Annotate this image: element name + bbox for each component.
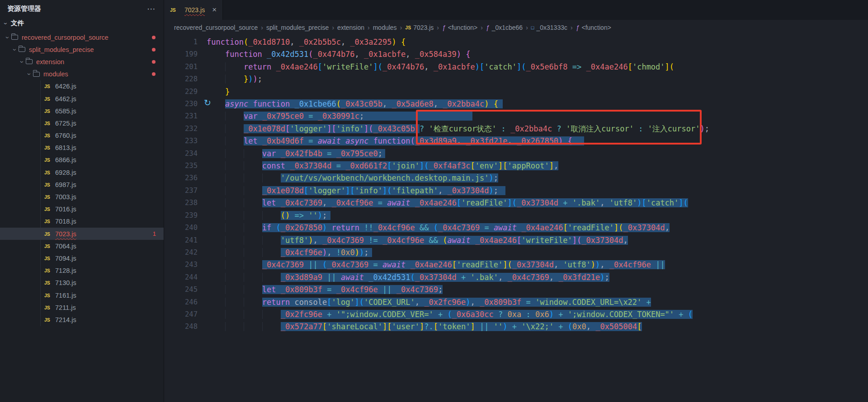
tree-file-7018.js[interactable]: JS7018.js [0,215,164,228]
close-icon[interactable]: × [212,5,217,14]
line-number[interactable]: 246 [164,296,207,309]
code-text: const _0x37304d = _0xd661f2['join'](_0xf… [207,160,558,172]
tree-file-6760.js[interactable]: JS6760.js [0,130,164,142]
debug-gutter-icon[interactable]: ↻ [204,98,211,107]
code-text: _0x1e078d['logger']['info']('filepath', … [207,185,505,197]
line-number[interactable]: 247 [164,309,207,321]
tree-file-6987.js[interactable]: JS6987.js [0,178,164,191]
code-line-241[interactable]: 241 'utf8'), _0x4c7369 != _0x4cf96e && (… [164,234,868,247]
line-number[interactable]: 241 [164,234,207,247]
tree-folder-extension[interactable]: ›extension [0,56,164,68]
breadcrumb-item[interactable]: ƒ_0x1cbe66 [486,24,523,31]
breadcrumb-item[interactable]: ƒ<function> [442,24,477,31]
code-line-240[interactable]: 240 if (_0x267850) return !!_0x4cf96e &&… [164,222,868,234]
line-number[interactable]: 1 [164,36,207,48]
section-header-files[interactable]: › 文件 [0,17,164,29]
breadcrumb-item[interactable]: extension [337,24,364,31]
code-line-244[interactable]: 244 _0x3d89a9 || await _0x42d531(_0x3730… [164,271,868,284]
explorer-sidebar: 资源管理器 ⋯ › 文件 ›recovered_cursorpool_sourc… [0,0,164,402]
line-number[interactable]: 239 [164,210,207,222]
line-number[interactable]: 231 [164,110,207,122]
code-line-245[interactable]: 245 let _0x809b3f = _0x4cf96e || _0x4c73… [164,284,868,296]
breadcrumb-item[interactable]: modules [373,24,397,31]
line-number[interactable]: 238 [164,197,207,209]
code-editor[interactable]: 1function(_0x1d8710, _0x2b5b5c, _0x3a229… [164,35,868,402]
line-number[interactable]: 248 [164,321,207,333]
tree-file-6462.js[interactable]: JS6462.js [0,93,164,105]
code-line-247[interactable]: 247 _0x2fc96e + '";window.CODEX_VER=' + … [164,309,868,321]
line-number[interactable]: 233 [164,135,207,147]
tree-file-7128.js[interactable]: JS7128.js [0,265,164,277]
line-number[interactable]: 243 [164,259,207,271]
breadcrumb-separator: › [481,24,483,31]
tab-7023js[interactable]: JS 7023.js × [164,0,223,20]
modified-dot [152,36,156,39]
chevron-down-icon: › [26,71,33,77]
code-line-201[interactable]: 201 return _0x4ae246['writeFile'](_0x474… [164,61,868,73]
code-line-236[interactable]: 236 '/out/vs/workbench/workbench.desktop… [164,172,868,184]
code-line-230[interactable]: 230 async function _0x1cbe66(_0x43c05b, … [164,98,868,110]
line-number[interactable]: 236 [164,172,207,184]
line-number[interactable]: 245 [164,284,207,296]
line-number[interactable]: 199 [164,48,207,61]
code-line-246[interactable]: 246 return console['log']('CODEX_URL', _… [164,296,868,309]
code-line-239[interactable]: 239 () => ''); [164,210,868,222]
tree-file-7211.js[interactable]: JS7211.js [0,301,164,313]
file-name: 7211.js [55,304,76,311]
tree-file-6426.js[interactable]: JS6426.js [0,80,164,93]
code-line-238[interactable]: 238 let _0x4c7369, _0x4cf96e = await _0x… [164,197,868,209]
breadcrumb: recovered_cursorpool_source›split_module… [164,20,868,35]
code-line-199[interactable]: 199 function _0x42d531(_0x474b76, _0x1ac… [164,48,868,61]
code-line-235[interactable]: 235 const _0x37304d = _0xd661f2['join'](… [164,160,868,172]
line-number[interactable]: 234 [164,148,207,160]
more-actions-icon[interactable]: ⋯ [147,4,156,14]
chevron-down-icon: › [4,34,11,40]
breadcrumb-item[interactable]: □_0x31333c [531,24,567,31]
line-number[interactable]: 235 [164,160,207,172]
tree-folder-split_modules_precise[interactable]: ›split_modules_precise [0,43,164,56]
tree-file-6725.js[interactable]: JS6725.js [0,117,164,129]
tree-file-7161.js[interactable]: JS7161.js [0,289,164,301]
tree-folder-recovered_cursorpool_source[interactable]: ›recovered_cursorpool_source [0,31,164,43]
breadcrumb-label: <function> [581,24,611,31]
tree-file-6928.js[interactable]: JS6928.js [0,166,164,178]
tree-folder-modules[interactable]: ›modules [0,68,164,80]
line-number[interactable]: 240 [164,222,207,234]
code-line-228[interactable]: 228 })); [164,73,868,85]
code-line-232[interactable]: 232 _0x1e078d['logger']['info'](_0x43c05… [164,123,868,135]
code-line-243[interactable]: 243 _0x4c7369 || (_0x4c7369 = await _0x4… [164,259,868,271]
line-number[interactable]: 229 [164,86,207,98]
tree-file-7214.js[interactable]: JS7214.js [0,313,164,326]
code-text: _0x3d89a9 || await _0x42d531(_0x37304d +… [207,271,609,284]
code-line-248[interactable]: 248 _0x572a77['shareLocal']['user']?.['t… [164,321,868,333]
line-number[interactable]: 201 [164,61,207,73]
code-line-242[interactable]: 242 _0x4cf96e), !0x0)); [164,247,868,259]
tree-file-6813.js[interactable]: JS6813.js [0,142,164,154]
js-file-icon: JS [44,194,55,200]
line-number[interactable]: 232 [164,123,207,135]
breadcrumb-item[interactable]: ƒ<function> [576,24,611,31]
code-line-229[interactable]: 229 } [164,86,868,98]
breadcrumb-item[interactable]: JS7023.js [405,24,434,31]
tree-file-7003.js[interactable]: JS7003.js [0,191,164,203]
breadcrumb-item[interactable]: recovered_cursorpool_source [174,24,258,31]
tree-file-7094.js[interactable]: JS7094.js [0,252,164,264]
code-line-1[interactable]: 1function(_0x1d8710, _0x2b5b5c, _0x3a229… [164,36,868,48]
line-number[interactable]: 237 [164,185,207,197]
code-line-237[interactable]: 237 _0x1e078d['logger']['info']('filepat… [164,185,868,197]
line-number[interactable]: 230 [164,98,207,110]
line-number[interactable]: 244 [164,271,207,284]
tree-file-7130.js[interactable]: JS7130.js [0,277,164,289]
tree-file-7023.js[interactable]: JS7023.js1 [0,228,164,240]
line-number[interactable]: 228 [164,73,207,85]
tree-file-6585.js[interactable]: JS6585.js [0,105,164,117]
line-number[interactable]: 242 [164,247,207,259]
code-line-234[interactable]: 234 var _0x42fb4b = _0x795ce0; [164,148,868,160]
code-line-231[interactable]: 231 var _0x795ce0 = _0x30991c; [164,110,868,122]
breadcrumb-item[interactable]: split_modules_precise [266,24,329,31]
tree-file-6866.js[interactable]: JS6866.js [0,154,164,166]
code-line-233[interactable]: 233 let _0xb49d6f = await async function… [164,135,868,147]
modified-dot [152,60,156,64]
tree-file-7064.js[interactable]: JS7064.js [0,240,164,252]
tree-file-7016.js[interactable]: JS7016.js [0,203,164,215]
